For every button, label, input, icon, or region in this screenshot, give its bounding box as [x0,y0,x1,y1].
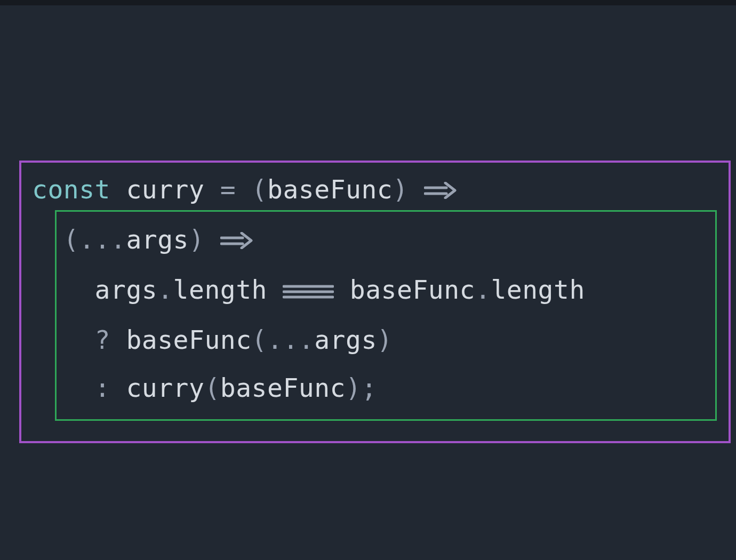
code-token: . [475,275,491,305]
code-token: ... [79,225,126,254]
code-token [204,174,220,204]
code-token: ) [346,373,361,403]
code-token [204,225,220,254]
code-line: args.length baseFunc.length [32,266,585,316]
code-token: ) [377,325,393,355]
arrow-ligature-icon [220,216,253,264]
code-token: baseFunc [350,275,475,305]
code-token [110,373,126,403]
code-token [32,325,95,355]
code-token [110,174,126,204]
code-token: baseFunc [126,325,251,355]
code-token [409,174,424,204]
code-token: ... [267,325,314,355]
code-token: baseFunc [267,174,393,204]
code-token: args [314,325,377,355]
code-token: ( [252,325,267,355]
code-token: curry [126,174,204,204]
code-line: (...args) [32,215,585,266]
slide-stage: const curry = (baseFunc) (...args) args.… [0,0,736,560]
code-token: args [95,275,158,305]
arrow-ligature-icon [424,166,457,214]
code-token: args [126,225,189,254]
code-token: : [95,373,110,403]
code-token: . [157,275,173,305]
code-token: ) [189,225,204,254]
code-token [32,225,63,254]
code-line: const curry = (baseFunc) [32,165,585,215]
code-block: const curry = (baseFunc) (...args) args.… [32,165,585,412]
code-token [236,174,251,204]
code-token [334,275,349,305]
code-line: ? baseFunc(...args) [32,316,585,364]
code-token: ? [95,325,110,355]
code-token: length [491,275,585,305]
code-token [32,373,95,403]
code-token [32,275,95,305]
code-token: = [220,174,236,204]
code-token: ( [204,373,220,403]
code-token [267,275,283,305]
triple-equals-ligature-icon [283,267,334,315]
code-token: ) [393,174,408,204]
code-token: curry [126,373,204,403]
code-token: ( [252,174,267,204]
code-token: const [32,174,110,204]
code-token: ; [361,373,377,403]
top-strip [0,0,736,5]
code-token: length [173,275,267,305]
code-token: baseFunc [220,373,346,403]
code-token [110,325,126,355]
code-token: ( [63,225,79,254]
code-line: : curry(baseFunc); [32,364,585,412]
